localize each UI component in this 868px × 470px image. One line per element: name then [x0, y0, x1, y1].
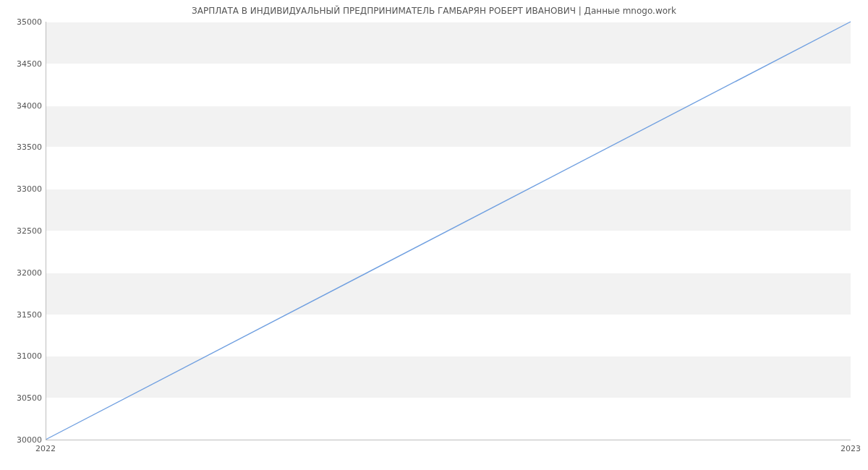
y-tick-label: 31000: [6, 351, 42, 361]
x-tick-label: 2023: [841, 444, 861, 453]
chart-title: ЗАРПЛАТА В ИНДИВИДУАЛЬНЫЙ ПРЕДПРИНИМАТЕЛ…: [0, 6, 868, 16]
y-tick-label: 33000: [6, 184, 42, 194]
line-series-svg: [46, 22, 851, 440]
y-tick-label: 33500: [6, 142, 42, 152]
y-tick-label: 30000: [6, 435, 42, 445]
chart-container: ЗАРПЛАТА В ИНДИВИДУАЛЬНЫЙ ПРЕДПРИНИМАТЕЛ…: [0, 0, 868, 470]
y-tick-label: 35000: [6, 17, 42, 27]
plot-area: [46, 22, 851, 440]
y-axis-spine: [46, 22, 46, 440]
line-series: [46, 22, 851, 440]
y-tick-label: 34000: [6, 101, 42, 110]
x-tick-label: 2022: [35, 444, 56, 453]
y-tick-label: 32500: [6, 226, 42, 236]
y-tick-label: 31500: [6, 309, 42, 319]
y-tick-label: 34500: [6, 59, 42, 68]
y-tick-label: 30500: [6, 393, 42, 403]
x-axis-spine: [46, 440, 851, 440]
y-tick-label: 32000: [6, 268, 42, 277]
